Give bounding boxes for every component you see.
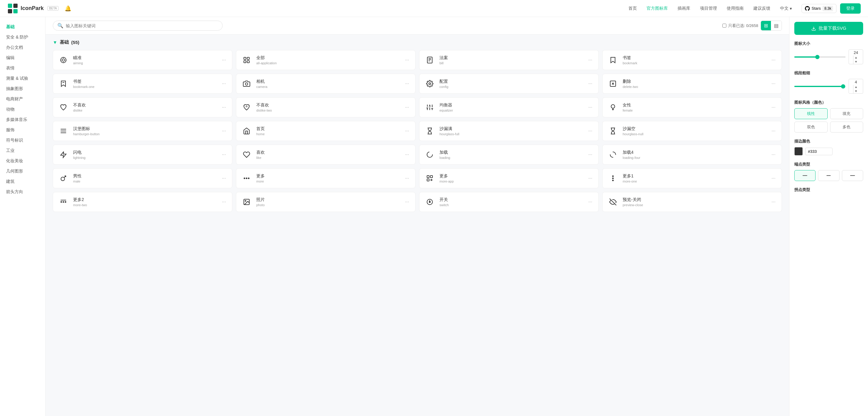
sidebar-item-edit[interactable]: 编辑 [0, 53, 45, 63]
sidebar-item-ecommerce[interactable]: 电商财产 [0, 94, 45, 104]
bell-icon[interactable]: 🔔 [65, 5, 71, 12]
nav-guide[interactable]: 使用指南 [727, 6, 744, 11]
icon-more-hamburger[interactable]: ··· [221, 128, 227, 134]
stroke-slider-thumb[interactable] [841, 84, 845, 89]
sidebar-item-architecture[interactable]: 建筑 [0, 177, 45, 187]
icon-more-more-two[interactable]: ··· [221, 199, 227, 205]
sidebar-item-arrow[interactable]: 箭头方向 [0, 187, 45, 197]
sidebar-item-media[interactable]: 多媒体音乐 [0, 115, 45, 125]
sidebar-item-fashion[interactable]: 服饰 [0, 125, 45, 135]
icon-card-male[interactable]: 男性 male ··· [53, 168, 232, 188]
icon-card-female[interactable]: 女性 female ··· [602, 97, 782, 117]
icon-card-like[interactable]: 喜欢 like ··· [236, 145, 415, 165]
icon-card-camera[interactable]: 相机 camera ··· [236, 74, 415, 94]
icon-card-more-app[interactable]: 更多 more-app ··· [419, 168, 599, 188]
nav-home[interactable]: 首页 [628, 6, 637, 11]
icon-card-all-application[interactable]: 全部 all-application ··· [236, 50, 415, 70]
sidebar-item-symbol[interactable]: 符号标识 [0, 135, 45, 146]
lang-switcher[interactable]: 中文 ▾ [780, 6, 792, 11]
filter-selected[interactable]: 只看已选: 0/2658 [722, 23, 758, 29]
icon-card-home[interactable]: 首页 home ··· [236, 121, 415, 141]
stroke-slider-track[interactable] [794, 86, 845, 87]
icon-more-bookmark-one[interactable]: ··· [221, 81, 227, 87]
github-button[interactable]: Stars 8.3k [802, 4, 836, 13]
icon-more-lightning[interactable]: ··· [221, 151, 227, 158]
icon-more-switch[interactable]: ··· [587, 199, 593, 205]
icon-more-more-app[interactable]: ··· [587, 175, 593, 182]
icon-more-male[interactable]: ··· [221, 175, 227, 182]
icon-more-aiming[interactable]: ··· [221, 57, 227, 63]
color-input[interactable] [805, 148, 833, 155]
icon-card-bookmark[interactable]: 书签 bookmark ··· [602, 50, 782, 70]
collapse-button[interactable]: ▼ [53, 40, 57, 45]
sidebar-item-industry[interactable]: 工业 [0, 146, 45, 156]
nav-projects[interactable]: 项目管理 [700, 6, 717, 11]
icon-card-lightning[interactable]: 闪电 lightning ··· [53, 145, 232, 165]
icon-more-dislike-two[interactable]: ··· [404, 104, 410, 111]
icon-card-dislike[interactable]: 不喜欢 dislike ··· [53, 97, 232, 117]
style-two-color-button[interactable]: 双色 [794, 122, 828, 132]
icon-card-bookmark-one[interactable]: 书签 bookmark-one ··· [53, 74, 232, 94]
icon-card-more-two[interactable]: 更多2 more-two ··· [53, 192, 232, 212]
icon-more-config[interactable]: ··· [587, 81, 593, 87]
sidebar-item-emoji[interactable]: 表情 [0, 63, 45, 73]
sidebar-item-office[interactable]: 办公文档 [0, 42, 45, 53]
icon-more-home[interactable]: ··· [404, 128, 410, 134]
icon-more-female[interactable]: ··· [770, 104, 777, 111]
icon-card-photo[interactable]: 照片 photo ··· [236, 192, 415, 212]
icon-card-more[interactable]: 更多 more ··· [236, 168, 415, 188]
endpoint-square-button[interactable] [842, 170, 863, 181]
icon-card-aiming[interactable]: 瞄准 aiming ··· [53, 50, 232, 70]
icon-card-preview-close[interactable]: 预览-关闭 preview-close ··· [602, 192, 782, 212]
stroke-increment[interactable]: ▲ [854, 85, 859, 89]
style-linear-button[interactable]: 线性 [794, 108, 828, 119]
view-list-button[interactable]: ▤ [771, 21, 781, 30]
icon-card-hourglass-null[interactable]: 沙漏空 hourglass-null ··· [602, 121, 782, 141]
size-increment[interactable]: ▲ [854, 56, 859, 60]
style-multi-color-button[interactable]: 多色 [830, 122, 863, 132]
stroke-decrement[interactable]: ▼ [854, 89, 859, 93]
endpoint-round-button[interactable] [794, 170, 815, 181]
sidebar-item-makeup[interactable]: 化妆美妆 [0, 156, 45, 166]
sidebar-item-animal[interactable]: 动物 [0, 104, 45, 115]
icon-more-more[interactable]: ··· [404, 175, 410, 182]
style-filled-button[interactable]: 填充 [830, 108, 863, 119]
icon-card-config[interactable]: 配置 config ··· [419, 74, 599, 94]
nav-illustrations[interactable]: 插画库 [678, 6, 690, 11]
view-grid-button[interactable]: ⊞ [761, 21, 771, 30]
icon-more-dislike[interactable]: ··· [221, 104, 227, 111]
icon-more-more-one[interactable]: ··· [770, 175, 777, 182]
color-swatch[interactable] [794, 147, 803, 156]
icon-more-hourglass-null[interactable]: ··· [770, 128, 777, 134]
search-input[interactable] [66, 23, 218, 28]
icon-more-like[interactable]: ··· [404, 151, 410, 158]
icon-card-hourglass-full[interactable]: 沙漏满 hourglass-full ··· [419, 121, 599, 141]
icon-card-loading-four[interactable]: 加载4 loading-four ··· [602, 145, 782, 165]
filter-checkbox[interactable] [722, 24, 726, 28]
size-decrement[interactable]: ▼ [854, 60, 859, 64]
sidebar-item-abstract[interactable]: 抽象图形 [0, 84, 45, 94]
sidebar-item-geometry[interactable]: 几何图形 [0, 166, 45, 177]
icon-more-hourglass-full[interactable]: ··· [587, 128, 593, 134]
icon-more-bill[interactable]: ··· [587, 57, 593, 63]
icon-more-loading[interactable]: ··· [587, 151, 593, 158]
icon-card-dislike-two[interactable]: 不喜欢 dislike-two ··· [236, 97, 415, 117]
icon-more-loading-four[interactable]: ··· [770, 151, 777, 158]
download-svg-button[interactable]: 批量下载SVG [794, 22, 863, 35]
icon-card-bill[interactable]: 法案 bill ··· [419, 50, 599, 70]
size-slider-track[interactable] [794, 56, 845, 58]
endpoint-flat-button[interactable] [818, 170, 839, 181]
sidebar-item-security[interactable]: 安全 & 防护 [0, 32, 45, 42]
nav-icons[interactable]: 官方图标库 [647, 6, 668, 11]
size-slider-thumb[interactable] [815, 55, 819, 59]
nav-feedback[interactable]: 建议反馈 [753, 6, 770, 11]
icon-card-switch[interactable]: 开关 switch ··· [419, 192, 599, 212]
icon-card-equalizer[interactable]: 均衡器 equalizer ··· [419, 97, 599, 117]
icon-more-preview-close[interactable]: ··· [770, 199, 777, 205]
icon-more-camera[interactable]: ··· [404, 81, 410, 87]
login-button[interactable]: 登录 [840, 3, 861, 14]
icon-card-loading[interactable]: 加载 loading ··· [419, 145, 599, 165]
icon-more-bookmark[interactable]: ··· [770, 57, 777, 63]
sidebar-item-measure[interactable]: 测量 & 试验 [0, 73, 45, 84]
search-input-wrap[interactable]: 🔍 [53, 21, 223, 31]
